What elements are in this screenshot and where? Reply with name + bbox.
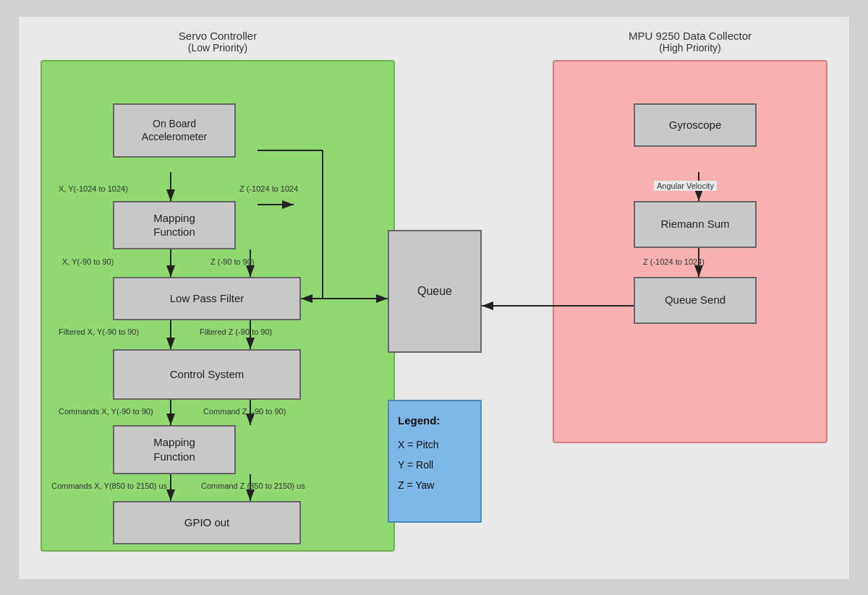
servo-section-title: Servo Controller (Low Priority) xyxy=(41,30,395,53)
queue-box: Queue xyxy=(388,230,482,353)
mpu-section-title: MPU 9250 Data Collector (High Priority) xyxy=(553,30,827,53)
accelerometer-box: On Board Accelerometer xyxy=(113,103,236,158)
label-filtered-z: Filtered Z (-90 to 90) xyxy=(200,328,272,336)
queue-send-box: Queue Send xyxy=(634,277,757,324)
label-z-90: Z (-90 to 90) xyxy=(210,257,255,266)
label-cmd-xy-us: Commands X, Y(850 to 2150) us xyxy=(51,481,167,490)
control-box: Control System xyxy=(113,349,301,400)
label-cmd-z: Command Z (-90 to 90) xyxy=(203,407,286,416)
lowpass-box: Low Pass Filter xyxy=(113,277,301,320)
label-cmd-xy: Commands X, Y(-90 to 90) xyxy=(59,407,153,416)
gpio-box: GPIO out xyxy=(113,501,301,544)
mapping2-box: Mapping Function xyxy=(113,425,236,474)
label-xy-1024: X, Y(-1024 to 1024) xyxy=(59,184,128,193)
label-filtered-xy: Filtered X, Y(-90 to 90) xyxy=(59,328,139,336)
diagram-container: Servo Controller (Low Priority) MPU 9250… xyxy=(18,16,850,580)
mapping1-box: Mapping Function xyxy=(113,201,236,249)
label-cmd-z-us: Command Z (850 to 2150) us xyxy=(201,481,305,490)
legend-box: Legend: X = Pitch Y = Roll Z = Yaw xyxy=(388,400,482,523)
label-z-1024-out: Z (-1024 to 1024) xyxy=(643,257,705,266)
riemann-box: Riemann Sum xyxy=(634,201,757,248)
gyroscope-box: Gyroscope xyxy=(634,103,757,147)
label-angular-velocity: Angular Velocity xyxy=(654,181,717,191)
label-z-1024-in: Z (-1024 to 1024 xyxy=(239,184,298,193)
label-xy-90: X, Y(-90 to 90) xyxy=(62,257,114,266)
